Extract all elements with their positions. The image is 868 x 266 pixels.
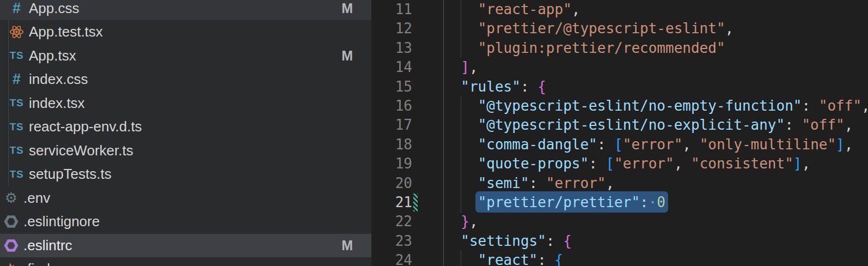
line-number[interactable]: 14: [371, 58, 412, 77]
code-line-12[interactable]: 12 "prettier/@typescript-eslint",: [371, 19, 868, 38]
token-p: ,: [572, 1, 580, 17]
token-p: :: [529, 175, 546, 191]
token-s: "prettier/@typescript-eslint": [478, 20, 725, 37]
token-b1: }: [461, 213, 469, 229]
file-row-eslintignore[interactable]: .eslintignore: [0, 210, 371, 234]
file-row-setuptests-ts[interactable]: TSsetupTests.ts: [0, 162, 371, 186]
file-row-app-test-tsx[interactable]: App.test.tsx: [0, 20, 371, 44]
typescript-icon: TS: [9, 119, 24, 135]
file-label: App.css: [29, 0, 80, 17]
line-number[interactable]: 17: [371, 116, 412, 135]
code-text: ],: [444, 58, 478, 77]
file-row-index-css[interactable]: #index.css: [0, 68, 371, 92]
token-k: "comma-dangle": [478, 136, 597, 153]
file-label: .eslintrc: [23, 237, 72, 254]
token-p: :: [597, 136, 614, 153]
file-label: react-app-env.d.ts: [29, 118, 142, 135]
code-line-16[interactable]: 16 "@typescript-eslint/no-empty-function…: [371, 96, 868, 116]
file-row-serviceworker-ts[interactable]: TSserviceWorker.ts: [0, 139, 371, 163]
code-text: "@typescript-eslint/no-explicit-any": "o…: [444, 116, 853, 135]
eslint-icon: [4, 237, 19, 253]
file-label: .env: [23, 190, 50, 207]
token-p: ,: [725, 20, 734, 37]
react-icon: [9, 24, 24, 40]
code-line-24[interactable]: 24 "react": {: [371, 251, 868, 266]
token-s: "plugin:prettier/recommended": [478, 40, 725, 56]
code-line-14[interactable]: 14 ],: [371, 58, 868, 77]
line-number[interactable]: 18: [371, 135, 412, 154]
file-label: setupTests.ts: [29, 166, 112, 183]
token-p: ,: [861, 98, 868, 114]
code-text: "quote-props": ["error", "consistent"],: [444, 154, 810, 173]
token-s: "off": [802, 117, 844, 133]
file-row-app-tsx[interactable]: TSApp.tsxM: [0, 44, 371, 68]
token-indent: [444, 117, 478, 133]
code-text: "react": {: [444, 251, 563, 266]
line-number[interactable]: 12: [371, 19, 412, 38]
vscode-window: #App.cssMApp.test.tsxTSApp.tsxM#index.cs…: [0, 0, 868, 266]
line-number[interactable]: 16: [371, 96, 412, 116]
token-b2: ]: [836, 136, 845, 153]
line-number[interactable]: 21: [371, 193, 412, 212]
token-p: ,: [845, 117, 853, 133]
selection-highlight: "prettier/prettier":·0: [475, 191, 668, 213]
token-p: ,: [469, 213, 478, 229]
firebase-icon: [4, 261, 19, 266]
token-s: "error": [614, 155, 674, 172]
code-text: },: [444, 212, 478, 231]
code-line-17[interactable]: 17 "@typescript-eslint/no-explicit-any":…: [371, 116, 868, 135]
code-line-19[interactable]: 19 "quote-props": ["error", "consistent"…: [371, 154, 868, 173]
file-label: .firebaserc: [23, 261, 89, 266]
line-number[interactable]: 15: [371, 77, 412, 96]
code-line-21[interactable]: 21 "prettier/prettier":·0: [371, 193, 868, 212]
line-number[interactable]: 13: [371, 39, 412, 58]
token-p: ,: [682, 136, 699, 153]
file-label: index.css: [29, 71, 88, 88]
file-row-index-tsx[interactable]: TSindex.tsx: [0, 92, 371, 116]
token-indent: [444, 194, 478, 210]
file-row-env[interactable]: ⚙.env: [0, 186, 371, 210]
token-s: "react-app": [478, 1, 572, 17]
token-p: :: [546, 233, 563, 249]
code-line-15[interactable]: 15 "rules": {: [371, 77, 868, 96]
line-number[interactable]: 11: [371, 0, 412, 19]
token-indent: [444, 233, 461, 249]
line-number[interactable]: 24: [371, 251, 412, 266]
code-line-11[interactable]: 11 "react-app",: [371, 0, 868, 19]
code-text: "prettier/@typescript-eslint",: [444, 19, 733, 38]
git-modified-badge: M: [341, 238, 353, 253]
code-text: "prettier/prettier":·0: [444, 193, 665, 212]
token-k: "quote-props": [478, 155, 589, 172]
file-row-react-app-env-d-ts[interactable]: TSreact-app-env.d.ts: [0, 115, 371, 139]
line-number[interactable]: 22: [371, 212, 412, 231]
file-row-eslintrc[interactable]: .eslintrcM: [0, 234, 371, 258]
typescript-icon: TS: [9, 47, 24, 64]
line-number[interactable]: 19: [371, 154, 412, 173]
token-k: "rules": [461, 78, 521, 95]
file-row-app-css[interactable]: #App.cssM: [0, 0, 371, 20]
token-n: 0: [657, 194, 665, 210]
file-row-firebaserc[interactable]: .firebaserc: [0, 257, 371, 266]
token-p: :: [785, 117, 802, 133]
code-line-18[interactable]: 18 "comma-dangle": ["error", "only-multi…: [371, 135, 868, 154]
css-icon: #: [9, 0, 24, 16]
code-line-20[interactable]: 20 "semi": "error",: [371, 174, 868, 193]
file-label: .eslintignore: [23, 213, 100, 230]
line-number[interactable]: 23: [371, 232, 412, 251]
token-p: :: [521, 78, 537, 95]
token-p: ,: [469, 59, 478, 75]
token-b1: ]: [461, 59, 469, 75]
line-number[interactable]: 20: [371, 174, 412, 193]
file-label: App.test.tsx: [29, 23, 103, 40]
token-s: "consistent": [691, 155, 793, 172]
modified-gutter-marker: [413, 194, 418, 211]
gear-icon: ⚙: [4, 190, 19, 206]
code-text: "@typescript-eslint/no-empty-function": …: [444, 96, 868, 116]
code-line-22[interactable]: 22 },: [371, 212, 868, 231]
code-line-13[interactable]: 13 "plugin:prettier/recommended": [371, 39, 868, 58]
token-p: :: [802, 98, 818, 114]
token-s: "error": [623, 136, 683, 153]
code-text: "semi": "error",: [444, 174, 614, 193]
file-label: serviceWorker.ts: [29, 142, 133, 159]
code-line-23[interactable]: 23 "settings": {: [371, 232, 868, 251]
